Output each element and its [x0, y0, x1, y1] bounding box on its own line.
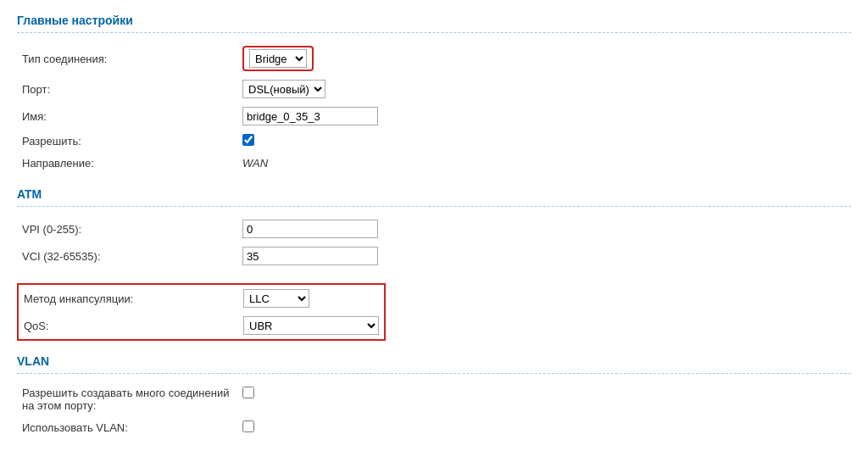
vlan-title: VLAN [17, 354, 851, 368]
vpi-input[interactable] [242, 220, 378, 238]
name-label: Имя: [17, 103, 237, 130]
atm-title: ATM [17, 187, 851, 201]
multi-connections-checkbox[interactable] [242, 387, 254, 398]
encapsulation-label: Метод инкапсуляции: [18, 284, 238, 312]
direction-value: WAN [242, 157, 268, 170]
encapsulation-select[interactable]: LLC VC-MUX [243, 289, 309, 308]
multi-connections-label: Разрешить создавать много соединений на … [17, 382, 237, 416]
direction-label: Направление: [17, 153, 237, 174]
enable-checkbox[interactable] [242, 134, 254, 146]
connection-type-select[interactable]: Bridge PPPoE IPoE [249, 49, 307, 68]
qos-select[interactable]: UBR CBR VBR-rt VBR-nrt [243, 316, 379, 335]
main-settings-title: Главные настройки [17, 14, 851, 27]
port-label: Порт: [17, 75, 237, 103]
name-input[interactable] [242, 107, 378, 125]
vci-label: VCI (32-65535): [17, 242, 237, 270]
use-vlan-checkbox[interactable] [242, 420, 254, 432]
vci-input[interactable] [242, 247, 378, 265]
use-vlan-label: Использовать VLAN: [17, 416, 237, 439]
connection-type-label: Тип соединения: [17, 42, 237, 75]
enable-label: Разрешить: [17, 130, 237, 153]
port-select[interactable]: DSL(новый) DSL ETH [242, 80, 326, 98]
qos-label: QoS: [18, 312, 238, 340]
vpi-label: VPI (0-255): [17, 215, 237, 242]
